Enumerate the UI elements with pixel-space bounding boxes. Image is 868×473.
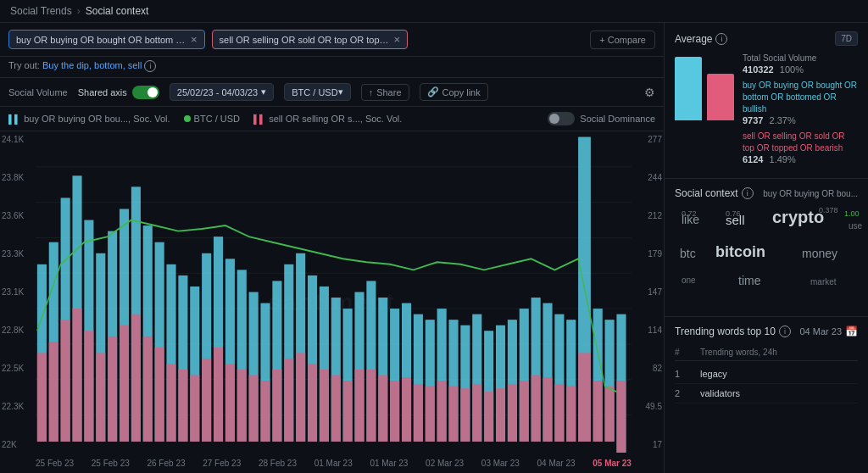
trending-row-2: 2 validators — [675, 384, 858, 403]
average-title: Average i — [675, 33, 727, 45]
svg-rect-95 — [472, 384, 481, 442]
social-context-section: Social context i buy OR buying OR bou...… — [665, 179, 868, 317]
stat-total-label: Total Social Volume — [743, 53, 858, 64]
right-panel: Average i 7D Total Social Volume — [665, 23, 868, 473]
stat-2-pct: 1.49% — [770, 154, 796, 164]
tag-1[interactable]: buy OR buying OR bought OR bottom OR bot… — [8, 30, 205, 49]
trending-word-2: validators — [700, 388, 858, 398]
bar-icon-3: ▌▌ — [253, 114, 265, 124]
stat-2-value: 6124 — [743, 154, 763, 164]
share-button[interactable]: ↑ Share — [361, 84, 409, 101]
try-out-label: Try out: — [8, 60, 40, 70]
trending-num-2: 2 — [675, 388, 695, 398]
copy-link-button[interactable]: 🔗 Copy link — [420, 83, 488, 101]
svg-rect-78 — [272, 370, 281, 442]
breadcrumb-home[interactable]: Social Trends — [10, 5, 72, 17]
svg-rect-74 — [225, 364, 235, 441]
average-section: Average i 7D Total Social Volume — [665, 23, 868, 179]
avg-bar-pink — [707, 74, 734, 120]
stat-2-label: sell OR selling OR sold OR top OR topped… — [743, 131, 858, 154]
tag-2-close[interactable]: × — [394, 34, 401, 45]
svg-rect-106 — [605, 387, 615, 442]
svg-rect-91 — [426, 387, 435, 442]
svg-rect-97 — [496, 388, 505, 442]
date-range-picker[interactable]: 25/02/23 - 04/03/23 ▾ — [170, 83, 274, 101]
x-axis: 25 Feb 23 25 Feb 23 26 Feb 23 27 Feb 23 … — [36, 453, 632, 473]
stat-2: sell OR selling OR sold OR top OR topped… — [743, 131, 858, 164]
bar-icon-1: ▌▌ — [8, 114, 20, 124]
svg-rect-59 — [49, 342, 58, 442]
svg-rect-72 — [202, 359, 211, 442]
search-bar: buy OR buying OR bought OR bottom OR bot… — [0, 23, 664, 57]
average-stats: Total Social Volume 410322 100% buy OR b… — [743, 53, 858, 170]
share-icon: ↑ — [369, 87, 374, 97]
svg-rect-96 — [484, 392, 493, 442]
social-dominance-toggle[interactable] — [548, 112, 575, 125]
svg-rect-61 — [72, 309, 81, 442]
svg-rect-73 — [214, 348, 223, 442]
svg-rect-60 — [61, 320, 70, 442]
svg-rect-92 — [437, 381, 447, 442]
tag-2[interactable]: sell OR selling OR sold OR top OR topped… — [212, 30, 409, 49]
social-dominance-control: Social Dominance — [548, 112, 655, 125]
word-btc: btc — [680, 247, 696, 260]
trending-table-header: # Trending words, 24h — [675, 344, 858, 361]
tag-1-close[interactable]: × — [191, 34, 198, 45]
calendar-icon[interactable]: 📅 — [845, 326, 858, 337]
stat-1: buy OR buying OR bought OR bottom OR bot… — [743, 80, 858, 125]
svg-rect-64 — [108, 337, 117, 442]
svg-rect-103 — [566, 387, 576, 442]
legend-bar: ▌▌ buy OR buying OR bou..., Soc. Vol. BT… — [0, 107, 664, 131]
dot-green — [184, 115, 191, 122]
stat-1-label: buy OR buying OR bought OR bottom OR bot… — [743, 80, 858, 115]
average-info-icon[interactable]: i — [715, 33, 727, 45]
date-range-value: 25/02/23 - 04/03/23 — [177, 87, 258, 97]
chart-area: santiment 24.1K 23.8K 23.6K 23.3K 23.1K … — [0, 131, 664, 473]
shared-axis-label: Shared axis — [78, 87, 127, 97]
social-volume-label: Social Volume — [8, 87, 68, 97]
svg-rect-105 — [593, 381, 603, 442]
settings-icon[interactable]: ⚙ — [644, 86, 655, 99]
svg-rect-65 — [120, 326, 129, 442]
avg-bar-cyan — [675, 57, 702, 120]
social-context-query: buy OR buying OR bou... — [763, 189, 858, 198]
chevron-down-icon: ▾ — [261, 86, 266, 97]
stat-1-value: 9737 — [743, 115, 763, 125]
svg-rect-83 — [331, 376, 341, 442]
breadcrumb-current: Social context — [86, 5, 149, 17]
main-layout: buy OR buying OR bought OR bottom OR bot… — [0, 23, 868, 473]
svg-rect-67 — [143, 337, 153, 442]
social-context-info-icon[interactable]: i — [742, 187, 754, 199]
pair-selector[interactable]: BTC / USD ▾ — [284, 83, 350, 101]
trending-date[interactable]: 04 Mar 23 📅 — [799, 326, 858, 337]
svg-rect-66 — [131, 314, 141, 442]
word-money: money — [802, 247, 837, 260]
compare-button[interactable]: + Compare — [590, 31, 655, 49]
svg-rect-77 — [260, 381, 270, 442]
link-icon: 🔗 — [427, 86, 439, 97]
breadcrumb: Social Trends › Social context — [0, 0, 868, 23]
trending-info-icon[interactable]: i — [779, 326, 791, 337]
svg-rect-104 — [578, 353, 591, 442]
svg-rect-87 — [378, 376, 387, 442]
svg-rect-80 — [296, 353, 305, 442]
tag-1-text: buy OR buying OR bought OR bottom OR bot… — [16, 35, 186, 45]
trending-num-1: 1 — [675, 369, 695, 379]
trending-section: Trending words top 10 i 04 Mar 23 📅 # Tr… — [665, 317, 868, 412]
word-cloud: like 0.72 sell 0.76 crypto 0.378 1.00 us… — [675, 206, 858, 308]
y-axis-right: 277 244 212 179 147 114 82 49.5 17 — [632, 131, 664, 453]
shared-axis-toggle[interactable] — [132, 86, 159, 99]
compare-label: + Compare — [599, 35, 646, 45]
period-badge[interactable]: 7D — [835, 31, 858, 46]
try-out-links[interactable]: Buy the dip, bottom, sell — [42, 60, 142, 70]
controls-bar: Social Volume Shared axis 25/02/23 - 04/… — [0, 78, 664, 107]
svg-rect-81 — [308, 364, 317, 441]
legend-item-3: ▌▌ sell OR selling OR s..., Soc. Vol. — [253, 114, 402, 124]
trending-header: Trending words top 10 i 04 Mar 23 📅 — [675, 326, 858, 337]
svg-rect-90 — [414, 384, 423, 442]
tag-2-text: sell OR selling OR sold OR top OR topped… — [220, 35, 389, 45]
y-axis-left: 24.1K 23.8K 23.6K 23.3K 23.1K 22.8K 22.5… — [0, 131, 36, 453]
info-icon[interactable]: i — [144, 60, 156, 72]
svg-rect-75 — [237, 370, 247, 442]
left-panel: buy OR buying OR bought OR bottom OR bot… — [0, 23, 665, 473]
